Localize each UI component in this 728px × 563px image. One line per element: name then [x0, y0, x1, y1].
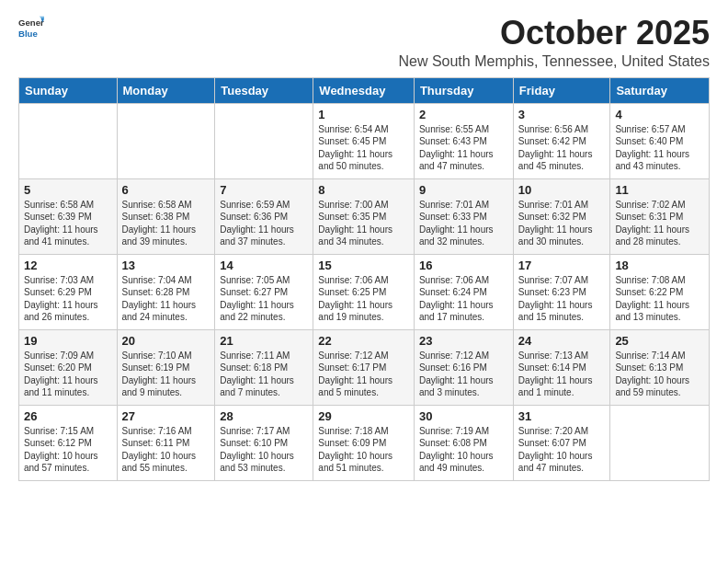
- calendar-cell: 7Sunrise: 6:59 AM Sunset: 6:36 PM Daylig…: [215, 178, 313, 254]
- page: General Blue October 2025 New South Memp…: [0, 0, 728, 496]
- calendar-cell: [215, 103, 313, 178]
- calendar-cell: 9Sunrise: 7:01 AM Sunset: 6:33 PM Daylig…: [414, 178, 513, 254]
- day-number: 21: [220, 334, 308, 348]
- day-number: 2: [419, 108, 508, 121]
- day-info: Sunrise: 6:57 AM Sunset: 6:40 PM Dayligh…: [615, 123, 704, 173]
- day-number: 7: [220, 183, 308, 197]
- day-number: 5: [24, 183, 112, 197]
- day-info: Sunrise: 7:14 AM Sunset: 6:13 PM Dayligh…: [615, 350, 704, 399]
- day-info: Sunrise: 7:13 AM Sunset: 6:14 PM Dayligh…: [518, 350, 606, 399]
- day-number: 17: [518, 259, 606, 272]
- day-info: Sunrise: 7:10 AM Sunset: 6:19 PM Dayligh…: [122, 350, 210, 399]
- day-number: 25: [615, 334, 704, 348]
- day-number: 26: [24, 409, 112, 423]
- calendar-week-row: 5Sunrise: 6:58 AM Sunset: 6:39 PM Daylig…: [19, 178, 710, 254]
- calendar-cell: 19Sunrise: 7:09 AM Sunset: 6:20 PM Dayli…: [19, 329, 118, 405]
- calendar-cell: 11Sunrise: 7:02 AM Sunset: 6:31 PM Dayli…: [610, 178, 710, 254]
- calendar-week-row: 19Sunrise: 7:09 AM Sunset: 6:20 PM Dayli…: [19, 329, 710, 405]
- day-number: 16: [419, 259, 508, 272]
- logo: General Blue: [18, 15, 44, 40]
- day-info: Sunrise: 6:55 AM Sunset: 6:43 PM Dayligh…: [419, 123, 508, 173]
- day-info: Sunrise: 6:58 AM Sunset: 6:38 PM Dayligh…: [122, 199, 210, 248]
- day-info: Sunrise: 7:12 AM Sunset: 6:16 PM Dayligh…: [419, 350, 508, 399]
- svg-text:Blue: Blue: [18, 29, 38, 39]
- day-number: 8: [318, 183, 409, 197]
- calendar-cell: 18Sunrise: 7:08 AM Sunset: 6:22 PM Dayli…: [610, 254, 710, 329]
- day-number: 12: [24, 259, 112, 272]
- day-number: 9: [419, 183, 508, 197]
- day-info: Sunrise: 7:15 AM Sunset: 6:12 PM Dayligh…: [24, 425, 112, 475]
- generalblue-logo-icon: General Blue: [18, 15, 44, 40]
- day-number: 30: [419, 409, 508, 423]
- weekday-header-monday: Monday: [117, 77, 215, 103]
- day-info: Sunrise: 7:16 AM Sunset: 6:11 PM Dayligh…: [122, 425, 210, 475]
- day-info: Sunrise: 6:56 AM Sunset: 6:42 PM Dayligh…: [518, 123, 606, 173]
- calendar-cell: 31Sunrise: 7:20 AM Sunset: 6:07 PM Dayli…: [513, 405, 610, 480]
- day-number: 31: [518, 409, 606, 423]
- day-info: Sunrise: 7:06 AM Sunset: 6:25 PM Dayligh…: [318, 274, 409, 324]
- day-info: Sunrise: 7:18 AM Sunset: 6:09 PM Dayligh…: [318, 425, 409, 475]
- calendar-cell: 17Sunrise: 7:07 AM Sunset: 6:23 PM Dayli…: [513, 254, 610, 329]
- day-number: 13: [122, 259, 210, 272]
- weekday-header-thursday: Thursday: [414, 77, 513, 103]
- day-number: 28: [220, 409, 308, 423]
- day-number: 4: [615, 108, 704, 121]
- calendar-cell: [117, 103, 215, 178]
- location-title: New South Memphis, Tennessee, United Sta…: [398, 53, 710, 70]
- calendar-cell: 6Sunrise: 6:58 AM Sunset: 6:38 PM Daylig…: [117, 178, 215, 254]
- calendar-cell: 1Sunrise: 6:54 AM Sunset: 6:45 PM Daylig…: [313, 103, 415, 178]
- weekday-header-row: SundayMondayTuesdayWednesdayThursdayFrid…: [19, 77, 710, 103]
- svg-text:General: General: [18, 17, 44, 28]
- calendar-cell: 28Sunrise: 7:17 AM Sunset: 6:10 PM Dayli…: [215, 405, 313, 480]
- calendar-cell: 23Sunrise: 7:12 AM Sunset: 6:16 PM Dayli…: [414, 329, 513, 405]
- calendar-cell: [19, 103, 118, 178]
- calendar-table: SundayMondayTuesdayWednesdayThursdayFrid…: [18, 77, 710, 481]
- day-number: 6: [122, 183, 210, 197]
- day-number: 22: [318, 334, 409, 348]
- day-number: 27: [122, 409, 210, 423]
- day-number: 1: [318, 108, 409, 121]
- day-number: 24: [518, 334, 606, 348]
- day-number: 14: [220, 259, 308, 272]
- day-number: 20: [122, 334, 210, 348]
- day-number: 10: [518, 183, 606, 197]
- day-info: Sunrise: 7:05 AM Sunset: 6:27 PM Dayligh…: [220, 274, 308, 324]
- day-info: Sunrise: 7:04 AM Sunset: 6:28 PM Dayligh…: [122, 274, 210, 324]
- weekday-header-wednesday: Wednesday: [313, 77, 415, 103]
- day-info: Sunrise: 7:20 AM Sunset: 6:07 PM Dayligh…: [518, 425, 606, 475]
- day-info: Sunrise: 7:09 AM Sunset: 6:20 PM Dayligh…: [24, 350, 112, 399]
- day-info: Sunrise: 6:54 AM Sunset: 6:45 PM Dayligh…: [318, 123, 409, 173]
- day-info: Sunrise: 7:17 AM Sunset: 6:10 PM Dayligh…: [220, 425, 308, 475]
- calendar-cell: 13Sunrise: 7:04 AM Sunset: 6:28 PM Dayli…: [117, 254, 215, 329]
- calendar-cell: 10Sunrise: 7:01 AM Sunset: 6:32 PM Dayli…: [513, 178, 610, 254]
- calendar-cell: 22Sunrise: 7:12 AM Sunset: 6:17 PM Dayli…: [313, 329, 415, 405]
- day-number: 3: [518, 108, 606, 121]
- day-info: Sunrise: 7:08 AM Sunset: 6:22 PM Dayligh…: [615, 274, 704, 324]
- day-info: Sunrise: 7:01 AM Sunset: 6:32 PM Dayligh…: [518, 199, 606, 248]
- calendar-cell: 4Sunrise: 6:57 AM Sunset: 6:40 PM Daylig…: [610, 103, 710, 178]
- day-info: Sunrise: 7:07 AM Sunset: 6:23 PM Dayligh…: [518, 274, 606, 324]
- day-number: 11: [615, 183, 704, 197]
- calendar-week-row: 1Sunrise: 6:54 AM Sunset: 6:45 PM Daylig…: [19, 103, 710, 178]
- day-number: 29: [318, 409, 409, 423]
- day-number: 15: [318, 259, 409, 272]
- header-area: General Blue October 2025 New South Memp…: [18, 15, 710, 70]
- weekday-header-friday: Friday: [513, 77, 610, 103]
- calendar-cell: 14Sunrise: 7:05 AM Sunset: 6:27 PM Dayli…: [215, 254, 313, 329]
- day-info: Sunrise: 7:12 AM Sunset: 6:17 PM Dayligh…: [318, 350, 409, 399]
- calendar-cell: 21Sunrise: 7:11 AM Sunset: 6:18 PM Dayli…: [215, 329, 313, 405]
- day-info: Sunrise: 7:19 AM Sunset: 6:08 PM Dayligh…: [419, 425, 508, 475]
- day-info: Sunrise: 7:06 AM Sunset: 6:24 PM Dayligh…: [419, 274, 508, 324]
- calendar-cell: 27Sunrise: 7:16 AM Sunset: 6:11 PM Dayli…: [117, 405, 215, 480]
- day-number: 19: [24, 334, 112, 348]
- calendar-cell: 26Sunrise: 7:15 AM Sunset: 6:12 PM Dayli…: [19, 405, 118, 480]
- day-info: Sunrise: 7:11 AM Sunset: 6:18 PM Dayligh…: [220, 350, 308, 399]
- weekday-header-sunday: Sunday: [19, 77, 118, 103]
- day-info: Sunrise: 7:01 AM Sunset: 6:33 PM Dayligh…: [419, 199, 508, 248]
- calendar-cell: 20Sunrise: 7:10 AM Sunset: 6:19 PM Dayli…: [117, 329, 215, 405]
- calendar-week-row: 12Sunrise: 7:03 AM Sunset: 6:29 PM Dayli…: [19, 254, 710, 329]
- calendar-cell: 3Sunrise: 6:56 AM Sunset: 6:42 PM Daylig…: [513, 103, 610, 178]
- calendar-cell: 30Sunrise: 7:19 AM Sunset: 6:08 PM Dayli…: [414, 405, 513, 480]
- day-info: Sunrise: 7:00 AM Sunset: 6:35 PM Dayligh…: [318, 199, 409, 248]
- calendar-cell: 12Sunrise: 7:03 AM Sunset: 6:29 PM Dayli…: [19, 254, 118, 329]
